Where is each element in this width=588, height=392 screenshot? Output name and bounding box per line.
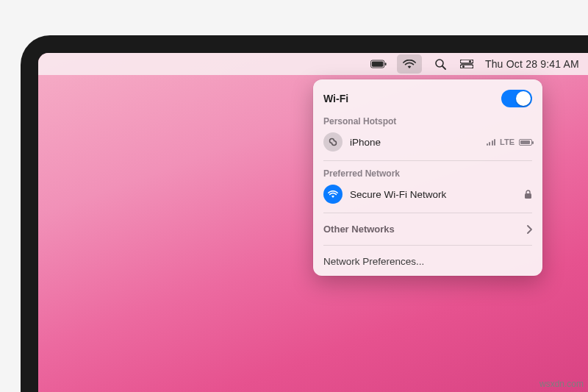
svg-rect-2 (385, 63, 387, 65)
wifi-popover: Wi-Fi Personal Hotspot iPhone LTE Pre (313, 79, 542, 276)
preferred-network-item[interactable]: Secure Wi-Fi Network (313, 180, 542, 208)
preferred-section-label: Preferred Network (313, 165, 542, 180)
svg-rect-5 (460, 60, 473, 63)
watermark: wsxdn.com (539, 379, 584, 389)
wifi-header: Wi-Fi (313, 85, 542, 113)
svg-point-6 (469, 60, 471, 63)
wifi-title: Wi-Fi (323, 93, 348, 104)
other-networks-label: Other Networks (323, 224, 395, 235)
control-center-icon[interactable] (459, 56, 475, 72)
lock-icon (524, 190, 532, 199)
spotlight-search-icon[interactable] (432, 56, 448, 72)
preferred-network-name: Secure Wi-Fi Network (350, 189, 517, 200)
svg-line-4 (442, 66, 445, 69)
wifi-menubar-icon[interactable] (397, 54, 422, 74)
other-networks-row[interactable]: Other Networks (313, 218, 542, 240)
hotspot-name: iPhone (350, 137, 479, 148)
hotspot-item[interactable]: iPhone LTE (313, 128, 542, 156)
network-preferences-row[interactable]: Network Preferences... (313, 250, 542, 271)
hotspot-carrier: LTE (500, 138, 514, 146)
menubar-datetime[interactable]: Thu Oct 28 9:41 AM (485, 58, 579, 70)
wifi-network-icon (323, 185, 343, 204)
hotspot-battery-icon (519, 139, 532, 146)
hotspot-section-label: Personal Hotspot (313, 113, 542, 128)
divider (323, 160, 532, 161)
divider (323, 213, 532, 213)
hotspot-icon (323, 132, 343, 152)
wifi-toggle[interactable] (501, 90, 532, 107)
chevron-right-icon (526, 225, 532, 234)
signal-bars-icon (487, 138, 496, 146)
svg-rect-1 (372, 61, 384, 66)
divider (323, 245, 532, 246)
network-preferences-label: Network Preferences... (323, 256, 424, 267)
svg-rect-7 (460, 65, 473, 68)
svg-rect-9 (525, 193, 531, 199)
menubar: Thu Oct 28 9:41 AM (38, 53, 588, 75)
svg-point-8 (462, 65, 465, 68)
desktop: Thu Oct 28 9:41 AM Wi-Fi Personal Hotspo… (38, 53, 588, 392)
hotspot-signal-meta: LTE (487, 138, 532, 146)
page: Thu Oct 28 9:41 AM Wi-Fi Personal Hotspo… (0, 0, 588, 392)
battery-icon[interactable] (370, 56, 387, 72)
